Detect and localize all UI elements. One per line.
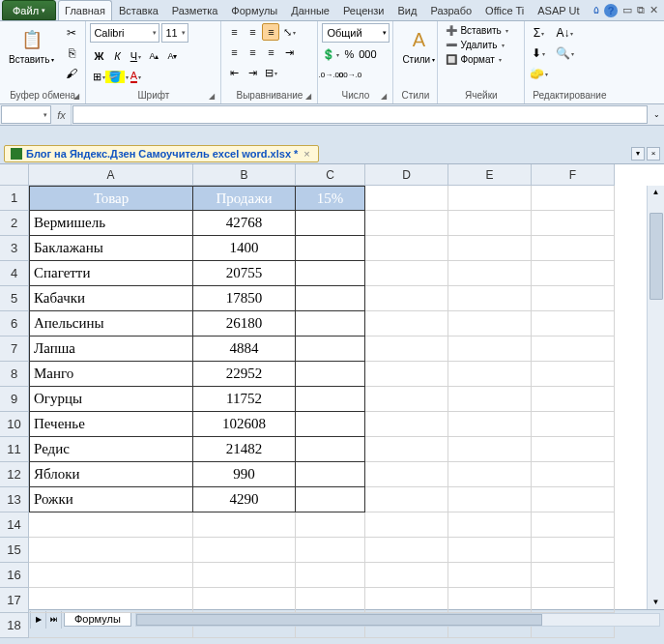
row-header-1[interactable]: 1	[0, 186, 29, 211]
cell-B1[interactable]: Продажи	[193, 186, 296, 211]
cell-C8[interactable]	[296, 362, 365, 387]
font-name-select[interactable]: Calibri▾	[90, 23, 159, 43]
cell-F17[interactable]	[532, 588, 615, 613]
cell-C9[interactable]	[296, 387, 365, 412]
cell-F11[interactable]	[532, 437, 615, 462]
row-header-8[interactable]: 8	[0, 362, 29, 387]
scroll-thumb[interactable]	[650, 213, 663, 300]
number-format-select[interactable]: Общий▾	[322, 23, 390, 43]
cell-E15[interactable]	[448, 538, 532, 563]
cell-E5[interactable]	[448, 286, 532, 311]
underline-button[interactable]: Ч▾	[127, 47, 144, 65]
cell-A16[interactable]	[29, 563, 193, 588]
cell-E10[interactable]	[448, 412, 532, 437]
cell-E12[interactable]	[448, 462, 532, 487]
row-header-13[interactable]: 13	[0, 487, 29, 512]
col-header-E[interactable]: E	[448, 164, 532, 186]
align-center-button[interactable]: ≡	[244, 44, 261, 61]
sort-filter-button[interactable]: A↓▾	[551, 23, 578, 43]
cell-B13[interactable]: 4290	[193, 487, 296, 512]
cell-F12[interactable]	[532, 462, 615, 487]
col-header-C[interactable]: C	[296, 164, 365, 186]
cell-D9[interactable]	[365, 387, 448, 412]
cell-B14[interactable]	[193, 512, 296, 538]
name-box[interactable]: ▾	[1, 105, 51, 124]
cell-F2[interactable]	[532, 211, 615, 236]
scroll-down-icon[interactable]: ▼	[648, 596, 664, 609]
cell-C3[interactable]	[296, 236, 365, 261]
cell-A4[interactable]: Спагетти	[29, 261, 193, 286]
cell-F9[interactable]	[532, 387, 615, 412]
cell-F4[interactable]	[532, 261, 615, 286]
align-right-button[interactable]: ≡	[262, 44, 279, 61]
cell-F15[interactable]	[532, 538, 615, 563]
orientation-button[interactable]: ⤡▾	[280, 23, 298, 41]
file-tab[interactable]: Файл▾	[2, 0, 56, 20]
clipboard-launcher[interactable]: ◢	[73, 92, 79, 101]
tab-officetab[interactable]: Office Ti	[478, 0, 531, 20]
row-header-7[interactable]: 7	[0, 337, 29, 362]
font-launcher[interactable]: ◢	[209, 92, 215, 101]
cell-D3[interactable]	[365, 236, 448, 261]
cell-E2[interactable]	[448, 211, 532, 236]
align-middle-button[interactable]: ≡	[244, 23, 261, 41]
cell-F1[interactable]	[532, 186, 615, 211]
row-header-16[interactable]: 16	[0, 563, 29, 588]
format-painter-button[interactable]: 🖌	[62, 64, 81, 83]
tab-home[interactable]: Главная	[58, 0, 112, 20]
decrease-indent-button[interactable]: ⇤	[225, 64, 243, 81]
percent-button[interactable]: %	[340, 45, 358, 63]
cell-F7[interactable]	[532, 337, 615, 362]
cell-F14[interactable]	[532, 512, 615, 538]
shrink-font-button[interactable]: A▾	[163, 47, 181, 65]
cell-B10[interactable]: 102608	[193, 412, 296, 437]
cell-B4[interactable]: 20755	[193, 261, 296, 286]
cell-A3[interactable]: Баклажаны	[29, 236, 193, 261]
cell-E16[interactable]	[448, 563, 532, 588]
row-header-17[interactable]: 17	[0, 588, 29, 613]
cell-C11[interactable]	[296, 437, 365, 462]
formula-expand-button[interactable]: ⌄	[649, 104, 664, 125]
scroll-up-icon[interactable]: ▲	[648, 186, 664, 199]
help-icon[interactable]: ?	[604, 4, 618, 17]
cell-D13[interactable]	[365, 487, 448, 512]
cell-E1[interactable]	[448, 186, 532, 211]
cell-D8[interactable]	[365, 362, 448, 387]
cell-F5[interactable]	[532, 286, 615, 311]
row-header-6[interactable]: 6	[0, 311, 29, 337]
cell-A10[interactable]: Печенье	[29, 412, 193, 437]
cell-E17[interactable]	[448, 588, 532, 613]
row-header-11[interactable]: 11	[0, 437, 29, 462]
select-all-corner[interactable]	[0, 164, 29, 186]
styles-button[interactable]: A Стили▾	[397, 23, 440, 68]
cell-F16[interactable]	[532, 563, 615, 588]
cell-B16[interactable]	[193, 563, 296, 588]
cell-C13[interactable]	[296, 487, 365, 512]
cell-A15[interactable]	[29, 538, 193, 563]
cell-B7[interactable]: 4884	[193, 337, 296, 362]
cell-D6[interactable]	[365, 311, 448, 337]
cell-A14[interactable]	[29, 512, 193, 538]
cell-F8[interactable]	[532, 362, 615, 387]
cell-D5[interactable]	[365, 286, 448, 311]
cell-D2[interactable]	[365, 211, 448, 236]
find-select-button[interactable]: 🔍▾	[551, 44, 578, 63]
cell-A17[interactable]	[29, 588, 193, 613]
cell-A11[interactable]: Редис	[29, 437, 193, 462]
col-header-A[interactable]: A	[29, 164, 193, 186]
cell-C6[interactable]	[296, 311, 365, 337]
col-header-D[interactable]: D	[365, 164, 448, 186]
comma-button[interactable]: 000	[359, 45, 376, 63]
cell-A5[interactable]: Кабачки	[29, 286, 193, 311]
cell-A7[interactable]: Лапша	[29, 337, 193, 362]
cell-D17[interactable]	[365, 588, 448, 613]
cell-E8[interactable]	[448, 362, 532, 387]
alignment-launcher[interactable]: ◢	[305, 92, 311, 101]
row-header-18[interactable]: 18	[0, 613, 29, 638]
cell-E9[interactable]	[448, 387, 532, 412]
cell-E14[interactable]	[448, 512, 532, 538]
fill-button[interactable]: ⬇▾	[529, 44, 548, 63]
cell-C17[interactable]	[296, 588, 365, 613]
cell-A2[interactable]: Вермишель	[29, 211, 193, 236]
number-launcher[interactable]: ◢	[381, 92, 387, 101]
